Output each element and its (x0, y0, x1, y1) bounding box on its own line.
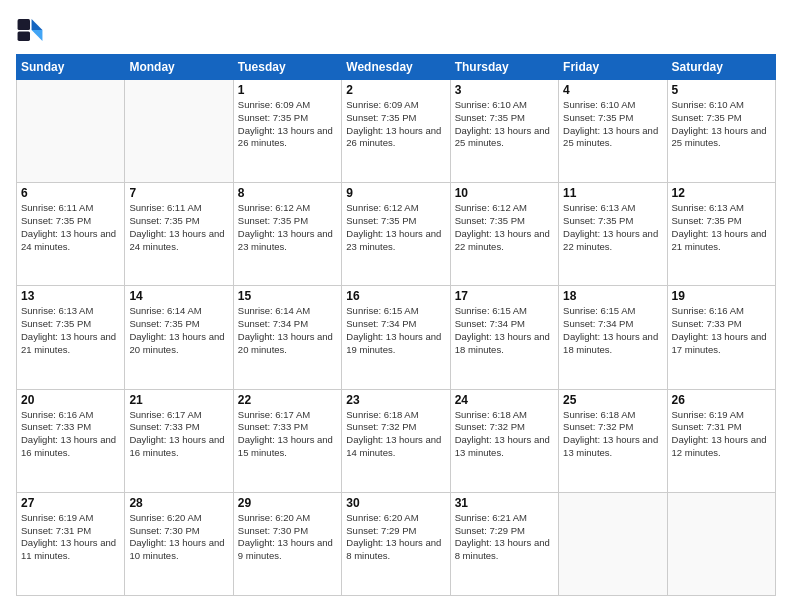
day-number: 6 (21, 186, 120, 200)
day-info: Sunrise: 6:19 AM Sunset: 7:31 PM Dayligh… (672, 409, 771, 460)
calendar-cell: 23Sunrise: 6:18 AM Sunset: 7:32 PM Dayli… (342, 389, 450, 492)
day-info: Sunrise: 6:09 AM Sunset: 7:35 PM Dayligh… (346, 99, 445, 150)
calendar-cell: 18Sunrise: 6:15 AM Sunset: 7:34 PM Dayli… (559, 286, 667, 389)
day-info: Sunrise: 6:11 AM Sunset: 7:35 PM Dayligh… (129, 202, 228, 253)
calendar-cell: 26Sunrise: 6:19 AM Sunset: 7:31 PM Dayli… (667, 389, 775, 492)
day-number: 19 (672, 289, 771, 303)
day-number: 4 (563, 83, 662, 97)
day-info: Sunrise: 6:20 AM Sunset: 7:30 PM Dayligh… (238, 512, 337, 563)
day-info: Sunrise: 6:12 AM Sunset: 7:35 PM Dayligh… (455, 202, 554, 253)
calendar-cell: 4Sunrise: 6:10 AM Sunset: 7:35 PM Daylig… (559, 80, 667, 183)
day-number: 13 (21, 289, 120, 303)
calendar-week-row: 13Sunrise: 6:13 AM Sunset: 7:35 PM Dayli… (17, 286, 776, 389)
calendar-cell: 29Sunrise: 6:20 AM Sunset: 7:30 PM Dayli… (233, 492, 341, 595)
weekday-header: Wednesday (342, 55, 450, 80)
day-number: 3 (455, 83, 554, 97)
day-info: Sunrise: 6:15 AM Sunset: 7:34 PM Dayligh… (346, 305, 445, 356)
day-number: 15 (238, 289, 337, 303)
calendar-cell: 28Sunrise: 6:20 AM Sunset: 7:30 PM Dayli… (125, 492, 233, 595)
calendar-cell: 2Sunrise: 6:09 AM Sunset: 7:35 PM Daylig… (342, 80, 450, 183)
day-info: Sunrise: 6:09 AM Sunset: 7:35 PM Dayligh… (238, 99, 337, 150)
day-info: Sunrise: 6:20 AM Sunset: 7:29 PM Dayligh… (346, 512, 445, 563)
calendar-cell: 16Sunrise: 6:15 AM Sunset: 7:34 PM Dayli… (342, 286, 450, 389)
weekday-header: Thursday (450, 55, 558, 80)
svg-rect-4 (18, 32, 30, 41)
calendar-cell: 3Sunrise: 6:10 AM Sunset: 7:35 PM Daylig… (450, 80, 558, 183)
calendar-cell: 14Sunrise: 6:14 AM Sunset: 7:35 PM Dayli… (125, 286, 233, 389)
day-info: Sunrise: 6:21 AM Sunset: 7:29 PM Dayligh… (455, 512, 554, 563)
day-info: Sunrise: 6:15 AM Sunset: 7:34 PM Dayligh… (563, 305, 662, 356)
day-info: Sunrise: 6:20 AM Sunset: 7:30 PM Dayligh… (129, 512, 228, 563)
calendar-week-row: 27Sunrise: 6:19 AM Sunset: 7:31 PM Dayli… (17, 492, 776, 595)
calendar-cell: 8Sunrise: 6:12 AM Sunset: 7:35 PM Daylig… (233, 183, 341, 286)
calendar-cell: 20Sunrise: 6:16 AM Sunset: 7:33 PM Dayli… (17, 389, 125, 492)
day-number: 14 (129, 289, 228, 303)
calendar-cell (559, 492, 667, 595)
calendar-cell: 13Sunrise: 6:13 AM Sunset: 7:35 PM Dayli… (17, 286, 125, 389)
day-number: 22 (238, 393, 337, 407)
calendar-week-row: 20Sunrise: 6:16 AM Sunset: 7:33 PM Dayli… (17, 389, 776, 492)
svg-rect-3 (18, 19, 30, 30)
logo (16, 16, 48, 44)
day-number: 11 (563, 186, 662, 200)
calendar-cell: 31Sunrise: 6:21 AM Sunset: 7:29 PM Dayli… (450, 492, 558, 595)
day-info: Sunrise: 6:18 AM Sunset: 7:32 PM Dayligh… (563, 409, 662, 460)
calendar-page: SundayMondayTuesdayWednesdayThursdayFrid… (0, 0, 792, 612)
calendar-cell (17, 80, 125, 183)
calendar-cell: 6Sunrise: 6:11 AM Sunset: 7:35 PM Daylig… (17, 183, 125, 286)
day-number: 16 (346, 289, 445, 303)
day-info: Sunrise: 6:13 AM Sunset: 7:35 PM Dayligh… (563, 202, 662, 253)
day-number: 28 (129, 496, 228, 510)
day-number: 9 (346, 186, 445, 200)
calendar-cell (667, 492, 775, 595)
day-number: 23 (346, 393, 445, 407)
calendar-cell: 1Sunrise: 6:09 AM Sunset: 7:35 PM Daylig… (233, 80, 341, 183)
day-number: 26 (672, 393, 771, 407)
day-info: Sunrise: 6:15 AM Sunset: 7:34 PM Dayligh… (455, 305, 554, 356)
day-number: 30 (346, 496, 445, 510)
weekday-header: Saturday (667, 55, 775, 80)
day-info: Sunrise: 6:17 AM Sunset: 7:33 PM Dayligh… (129, 409, 228, 460)
calendar-cell: 24Sunrise: 6:18 AM Sunset: 7:32 PM Dayli… (450, 389, 558, 492)
page-header (16, 16, 776, 44)
day-number: 25 (563, 393, 662, 407)
day-info: Sunrise: 6:13 AM Sunset: 7:35 PM Dayligh… (672, 202, 771, 253)
day-info: Sunrise: 6:10 AM Sunset: 7:35 PM Dayligh… (455, 99, 554, 150)
calendar-cell: 19Sunrise: 6:16 AM Sunset: 7:33 PM Dayli… (667, 286, 775, 389)
logo-icon (16, 16, 44, 44)
calendar-cell: 10Sunrise: 6:12 AM Sunset: 7:35 PM Dayli… (450, 183, 558, 286)
weekday-header: Tuesday (233, 55, 341, 80)
day-number: 5 (672, 83, 771, 97)
day-number: 24 (455, 393, 554, 407)
weekday-header: Sunday (17, 55, 125, 80)
day-number: 31 (455, 496, 554, 510)
day-info: Sunrise: 6:18 AM Sunset: 7:32 PM Dayligh… (455, 409, 554, 460)
day-info: Sunrise: 6:14 AM Sunset: 7:35 PM Dayligh… (129, 305, 228, 356)
calendar-table: SundayMondayTuesdayWednesdayThursdayFrid… (16, 54, 776, 596)
day-number: 29 (238, 496, 337, 510)
day-info: Sunrise: 6:17 AM Sunset: 7:33 PM Dayligh… (238, 409, 337, 460)
day-info: Sunrise: 6:12 AM Sunset: 7:35 PM Dayligh… (346, 202, 445, 253)
day-number: 10 (455, 186, 554, 200)
day-number: 8 (238, 186, 337, 200)
day-info: Sunrise: 6:10 AM Sunset: 7:35 PM Dayligh… (563, 99, 662, 150)
calendar-cell: 5Sunrise: 6:10 AM Sunset: 7:35 PM Daylig… (667, 80, 775, 183)
day-number: 17 (455, 289, 554, 303)
day-info: Sunrise: 6:11 AM Sunset: 7:35 PM Dayligh… (21, 202, 120, 253)
day-info: Sunrise: 6:14 AM Sunset: 7:34 PM Dayligh… (238, 305, 337, 356)
day-info: Sunrise: 6:16 AM Sunset: 7:33 PM Dayligh… (21, 409, 120, 460)
weekday-header: Monday (125, 55, 233, 80)
day-info: Sunrise: 6:12 AM Sunset: 7:35 PM Dayligh… (238, 202, 337, 253)
day-info: Sunrise: 6:18 AM Sunset: 7:32 PM Dayligh… (346, 409, 445, 460)
day-info: Sunrise: 6:16 AM Sunset: 7:33 PM Dayligh… (672, 305, 771, 356)
calendar-cell: 15Sunrise: 6:14 AM Sunset: 7:34 PM Dayli… (233, 286, 341, 389)
calendar-cell: 27Sunrise: 6:19 AM Sunset: 7:31 PM Dayli… (17, 492, 125, 595)
day-number: 18 (563, 289, 662, 303)
calendar-cell: 17Sunrise: 6:15 AM Sunset: 7:34 PM Dayli… (450, 286, 558, 389)
day-number: 20 (21, 393, 120, 407)
day-number: 21 (129, 393, 228, 407)
day-number: 2 (346, 83, 445, 97)
day-number: 27 (21, 496, 120, 510)
weekday-header: Friday (559, 55, 667, 80)
calendar-cell: 11Sunrise: 6:13 AM Sunset: 7:35 PM Dayli… (559, 183, 667, 286)
